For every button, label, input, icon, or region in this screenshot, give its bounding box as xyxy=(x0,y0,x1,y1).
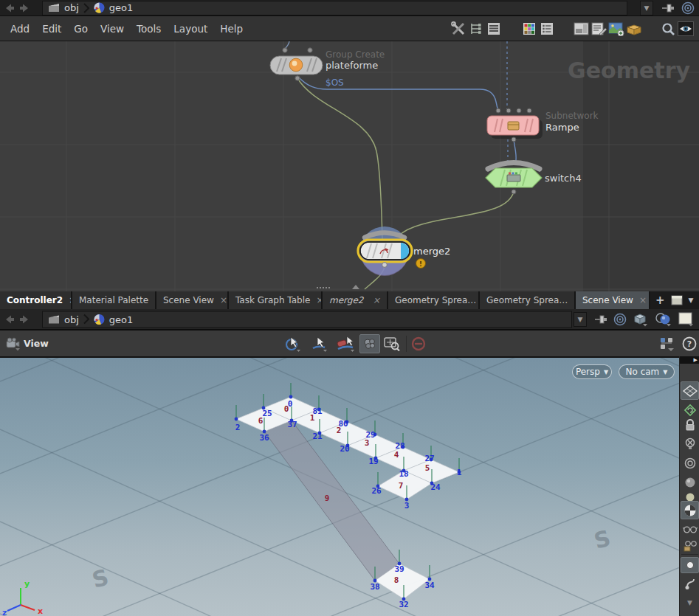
tab-material-palette[interactable]: Material Palette× xyxy=(72,291,156,309)
lock-button[interactable] xyxy=(681,417,699,433)
shading-mode-icon[interactable] xyxy=(655,312,672,327)
projection-pill[interactable]: Persp▼ xyxy=(572,364,612,379)
headlight-button[interactable] xyxy=(681,455,699,471)
display-options-button[interactable] xyxy=(658,334,678,353)
pin-icon[interactable] xyxy=(593,314,607,325)
camera-pill[interactable]: No cam▼ xyxy=(619,364,675,379)
tab-merge2[interactable]: merge2× xyxy=(323,291,388,309)
tab-close-icon[interactable]: × xyxy=(639,295,647,305)
menu-go[interactable]: Go xyxy=(74,23,88,35)
tools-wrench-icon[interactable] xyxy=(450,19,467,38)
point-number: 37 xyxy=(287,420,297,429)
list-view-icon[interactable] xyxy=(485,19,503,38)
asset-box-icon[interactable] xyxy=(625,19,643,38)
menu-layout[interactable]: Layout xyxy=(173,23,207,35)
takes-notes-icon[interactable] xyxy=(590,19,607,38)
breadcrumb-separator xyxy=(83,314,89,325)
desktop-panels-icon[interactable] xyxy=(572,19,590,38)
point-number: 26 xyxy=(371,486,382,496)
tab-close-icon[interactable]: × xyxy=(373,295,380,305)
no-selection-indicator[interactable] xyxy=(408,334,429,353)
geometry-point[interactable] xyxy=(235,418,238,421)
prim-number: 3 xyxy=(365,438,370,448)
menu-view[interactable]: View xyxy=(100,23,124,35)
point-number: 19 xyxy=(368,457,378,466)
toolbar-scroll-down-button[interactable]: ▼ xyxy=(681,595,699,611)
tab-controller2[interactable]: Controller2× xyxy=(0,291,72,309)
preferences-grid-icon[interactable] xyxy=(538,19,556,38)
breadcrumb-geo1[interactable]: geo1 xyxy=(109,2,133,13)
point-number: 3 xyxy=(404,501,410,511)
node-os-badge: $OS xyxy=(326,77,344,88)
pane-layout-button[interactable] xyxy=(671,295,683,305)
color-palette-icon[interactable] xyxy=(520,19,538,38)
tab-geometry-spreadsheet-2[interactable]: Geometry Sprea…× xyxy=(480,291,576,309)
menu-help[interactable]: Help xyxy=(220,23,243,35)
tree-view-icon[interactable] xyxy=(467,19,485,38)
point-number: 25 xyxy=(262,409,272,418)
breadcrumb-obj[interactable]: obj xyxy=(64,314,79,325)
radial-menu-icon[interactable] xyxy=(681,1,695,15)
point-number: 36 xyxy=(259,433,269,443)
axis-x xyxy=(21,605,35,610)
warning-glyph: ! xyxy=(419,260,422,268)
tab-menu-caret[interactable]: ▼ xyxy=(689,297,694,304)
view-tool-button[interactable] xyxy=(282,334,303,353)
node-name-label: merge2 xyxy=(413,246,450,257)
tab-task-graph-table[interactable]: Task Graph Table× xyxy=(229,291,323,309)
path-dropdown-button[interactable]: ▼ xyxy=(574,312,587,327)
hooks-display-button[interactable] xyxy=(681,575,699,592)
background-color-swatch[interactable] xyxy=(678,312,695,327)
smooth-shaded-button[interactable] xyxy=(681,501,699,519)
menu-edit[interactable]: Edit xyxy=(42,23,61,35)
menu-tools[interactable]: Tools xyxy=(137,23,161,35)
point-number: 27 xyxy=(424,454,434,463)
toolbar-expand-button[interactable]: ▶ xyxy=(680,356,699,364)
display-options-glasses-button[interactable] xyxy=(681,522,699,538)
path-dropdown-button[interactable]: ▼ xyxy=(640,1,653,15)
no-lights-button[interactable] xyxy=(681,436,699,452)
scene-viewport[interactable]: SS02523637812180202919281827124263393834… xyxy=(0,356,679,616)
point-number: 34 xyxy=(424,581,435,590)
new-tab-button[interactable]: + xyxy=(655,294,665,307)
point-number: 18 xyxy=(399,469,408,479)
breadcrumb-geo1[interactable]: geo1 xyxy=(109,314,133,325)
tab-scene-view-2[interactable]: Scene View× xyxy=(576,291,650,309)
snapshot-image-icon[interactable] xyxy=(607,19,625,38)
prim-number: 4 xyxy=(394,450,399,460)
forward-arrow-button[interactable] xyxy=(19,314,30,324)
breadcrumb[interactable]: obj geo1 xyxy=(42,1,627,15)
radial-menu-icon[interactable] xyxy=(613,313,627,326)
pane-type-camera-icon[interactable] xyxy=(5,336,21,351)
houdini-window: obj geo1 ▼ Add Edit Go View Tools Layout… xyxy=(0,0,699,616)
frame-selection-button[interactable] xyxy=(382,334,402,353)
tab-close-icon[interactable]: × xyxy=(220,295,227,305)
pin-icon[interactable] xyxy=(660,2,675,14)
breadcrumb-obj[interactable]: obj xyxy=(64,2,79,13)
network-editor[interactable]: Geometry Group Creat xyxy=(0,41,699,291)
axis-label-z: z xyxy=(2,608,7,616)
search-icon[interactable] xyxy=(659,19,677,38)
breadcrumb[interactable]: obj geo1 xyxy=(42,311,572,328)
forward-arrow-button[interactable] xyxy=(19,3,30,13)
view-current-tool-button[interactable] xyxy=(359,334,380,353)
back-arrow-button[interactable] xyxy=(4,3,15,13)
menu-add[interactable]: Add xyxy=(10,23,30,35)
visibility-eye-icon[interactable] xyxy=(677,19,695,38)
object-display-glasses-button[interactable] xyxy=(681,538,699,554)
tab-geometry-spreadsheet-1[interactable]: Geometry Sprea…× xyxy=(388,291,480,309)
tab-scene-view-1[interactable]: Scene View× xyxy=(156,291,229,309)
tab-close-icon[interactable]: × xyxy=(316,295,323,305)
normal-lighting-button[interactable] xyxy=(681,474,699,491)
back-arrow-button[interactable] xyxy=(4,314,15,324)
geometry-point[interactable] xyxy=(289,395,293,399)
quickplane-button[interactable] xyxy=(681,402,699,418)
geometry-cube-icon[interactable] xyxy=(633,312,649,327)
transform-tool-button[interactable] xyxy=(335,334,356,353)
help-button[interactable]: ? xyxy=(679,334,699,353)
select-tool-button[interactable] xyxy=(309,334,329,353)
axis-z xyxy=(7,605,21,611)
construction-plane-button[interactable] xyxy=(681,381,699,400)
points-display-button[interactable] xyxy=(681,557,699,573)
axis-label-y: y xyxy=(24,579,30,589)
